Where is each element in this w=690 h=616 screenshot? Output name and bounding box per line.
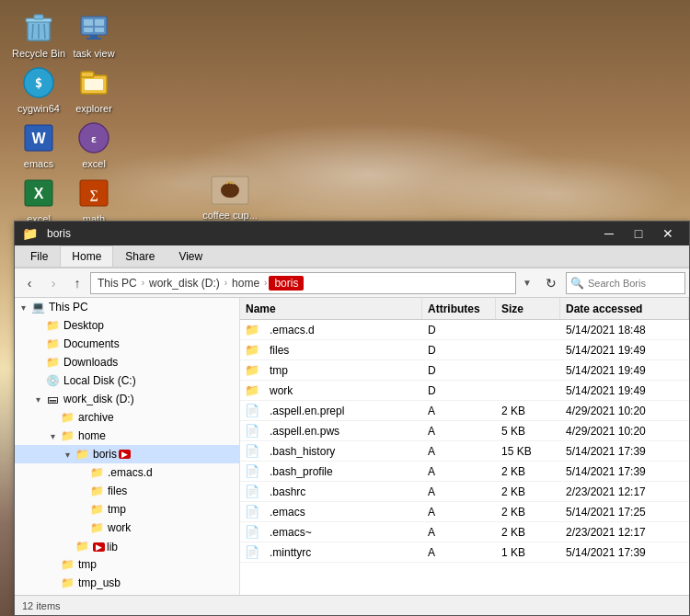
files-folder-icon: 📁 (88, 483, 105, 499)
sidebar-item-downloads[interactable]: 📁 Downloads (15, 353, 239, 371)
recycle-bin-label: Recycle Bin (12, 48, 65, 60)
sidebar-item-emacs-d[interactable]: 📁 .emacs.d (15, 463, 239, 482)
file-attr: A (422, 445, 496, 458)
file-date: 2/23/2021 12:17 (560, 485, 689, 498)
pc-icon: 💻 (29, 299, 46, 315)
file-row[interactable]: 📁 tmp D 5/14/2021 19:49 (240, 360, 689, 381)
maximize-button[interactable]: □ (625, 224, 652, 243)
file-icon: 📁 (244, 382, 260, 399)
sidebar-item-home[interactable]: ▾ 📁 home (15, 427, 239, 445)
sidebar-label-work-disk: work_disk (D:) (63, 393, 239, 405)
file-size: 5 KB (496, 425, 560, 438)
desktop-icon-emacs[interactable]: ε excel (64, 120, 123, 170)
word-label: emacs (24, 158, 53, 170)
sidebar-label-documents: Documents (63, 337, 239, 350)
file-row[interactable]: 📄 .emacs~ A 2 KB 2/23/2021 12:17 (240, 522, 689, 542)
back-button[interactable]: ‹ (18, 272, 40, 294)
file-row[interactable]: 📄 .bashrc A 2 KB 2/23/2021 12:17 (240, 482, 689, 502)
sidebar-item-documents[interactable]: 📁 Documents (15, 335, 239, 353)
file-icon: 📄 (244, 504, 260, 520)
file-date: 5/14/2021 18:48 (560, 324, 689, 337)
file-row[interactable]: 📄 .minttyrc A 1 KB 5/14/2021 17:39 (240, 542, 689, 563)
up-button[interactable]: ↑ (66, 272, 88, 294)
sidebar-item-local-disk-c[interactable]: 💿 Local Disk (C:) (15, 371, 239, 390)
desktop-icon-task-view[interactable]: task view (64, 9, 123, 60)
tmp-inner-folder-icon: 📁 (88, 501, 105, 518)
sidebar-item-work-disk[interactable]: ▾ 🖴 work_disk (D:) (15, 390, 239, 408)
documents-folder-icon: 📁 (44, 336, 61, 352)
search-input[interactable] (588, 278, 690, 289)
sidebar-item-tmp-d[interactable]: 📁 tmp (15, 555, 239, 574)
file-size: 2 KB (496, 465, 560, 478)
file-rows-container: 📁 .emacs.d D 5/14/2021 18:48 📁 files D 5… (240, 320, 689, 563)
file-row[interactable]: 📁 files D 5/14/2021 19:49 (240, 340, 689, 360)
emacs-icon: ε (75, 120, 112, 156)
file-name: work (264, 384, 422, 397)
work-folder-icon: 📁 (88, 519, 105, 536)
sidebar-label-this-pc: This PC (49, 301, 239, 314)
desktop-icon-excel[interactable]: X excel (9, 175, 68, 225)
file-row[interactable]: 📄 .aspell.en.pws A 5 KB 4/29/2021 10:20 (240, 421, 689, 441)
breadcrumb-work-disk[interactable]: work_disk (D:) (146, 276, 223, 291)
svg-text:∑: ∑ (89, 188, 98, 201)
file-row[interactable]: 📄 .bash_profile A 2 KB 5/14/2021 17:39 (240, 462, 689, 482)
file-name: .bash_history (264, 445, 422, 458)
file-row[interactable]: 📄 .aspell.en.prepl A 2 KB 4/29/2021 10:2… (240, 401, 689, 421)
search-bar[interactable]: 🔍 (566, 272, 685, 294)
address-bar[interactable]: This PC › work_disk (D:) › home › boris (90, 272, 516, 294)
sidebar-label-home: home (78, 429, 239, 442)
desktop-icon-cygwin64[interactable]: $ cygwin64 (9, 64, 68, 115)
cygwin64-icon: $ (20, 64, 57, 101)
file-attr: D (422, 344, 496, 357)
sidebar-item-files[interactable]: 📁 files (15, 482, 239, 500)
close-button[interactable]: ✕ (654, 224, 682, 243)
sidebar-item-desktop[interactable]: 📁 Desktop (15, 316, 239, 335)
archive-folder-icon: 📁 (59, 409, 75, 426)
home-folder-icon: 📁 (59, 428, 75, 444)
col-header-date[interactable]: Date accessed (560, 298, 689, 319)
tab-file[interactable]: File (18, 245, 60, 267)
explorer-icon (75, 64, 112, 101)
desktop-icon-explorer[interactable]: explorer (64, 64, 123, 115)
file-icon: 📁 (244, 342, 260, 359)
sidebar-item-archive[interactable]: 📁 archive (15, 408, 239, 427)
tmp-d-folder-icon: 📁 (59, 556, 75, 573)
window-controls: ─ □ ✕ (595, 224, 682, 243)
svg-point-27 (221, 183, 239, 198)
desktop-icon-math[interactable]: ∑ math (64, 175, 123, 225)
file-name: .emacs (264, 506, 422, 519)
sidebar-item-tmp-usb[interactable]: 📁 tmp_usb (15, 574, 239, 592)
file-row[interactable]: 📁 work D 5/14/2021 19:49 (240, 381, 689, 401)
sidebar-item-work[interactable]: 📁 work (15, 519, 239, 537)
col-header-attr[interactable]: Attributes (422, 298, 496, 319)
file-row[interactable]: 📄 .bash_history A 15 KB 5/14/2021 17:39 (240, 441, 689, 462)
file-attr: A (422, 425, 496, 438)
desktop-icon-recycle-bin[interactable]: Recycle Bin (9, 9, 68, 60)
address-dropdown-button[interactable]: ▼ (518, 272, 536, 294)
tab-share[interactable]: Share (113, 245, 167, 267)
tab-home[interactable]: Home (60, 245, 113, 267)
title-bar: 📁 boris ─ □ ✕ (15, 222, 689, 245)
file-name: tmp (264, 364, 422, 377)
file-attr: A (422, 546, 496, 559)
breadcrumb-this-pc[interactable]: This PC (95, 276, 140, 291)
sidebar-item-this-pc[interactable]: ▾ 💻 This PC (15, 298, 239, 316)
file-row[interactable]: 📄 .emacs A 2 KB 5/14/2021 17:25 (240, 502, 689, 522)
file-icon: 📄 (244, 544, 260, 561)
breadcrumb-home[interactable]: home (229, 276, 262, 291)
sidebar-item-tmp-inner[interactable]: 📁 tmp (15, 500, 239, 519)
col-header-name[interactable]: Name (240, 298, 422, 319)
forward-button[interactable]: › (42, 272, 64, 294)
sidebar-item-boris[interactable]: ▾ 📁 boris ▶ (15, 445, 239, 463)
desktop-icon-coffee-cup[interactable]: coffee cup... (201, 175, 259, 222)
file-date: 5/14/2021 17:39 (560, 465, 689, 478)
minimize-button[interactable]: ─ (595, 224, 623, 243)
col-header-size[interactable]: Size (496, 298, 560, 319)
desktop-icon-word[interactable]: W emacs (9, 120, 68, 170)
sidebar-item-lib[interactable]: 📁 ▶ lib (15, 537, 239, 555)
tab-view[interactable]: View (167, 245, 214, 267)
svg-text:X: X (34, 186, 44, 201)
file-icon: 📄 (244, 403, 260, 419)
file-row[interactable]: 📁 .emacs.d D 5/14/2021 18:48 (240, 320, 689, 340)
refresh-button[interactable]: ↻ (538, 272, 564, 294)
